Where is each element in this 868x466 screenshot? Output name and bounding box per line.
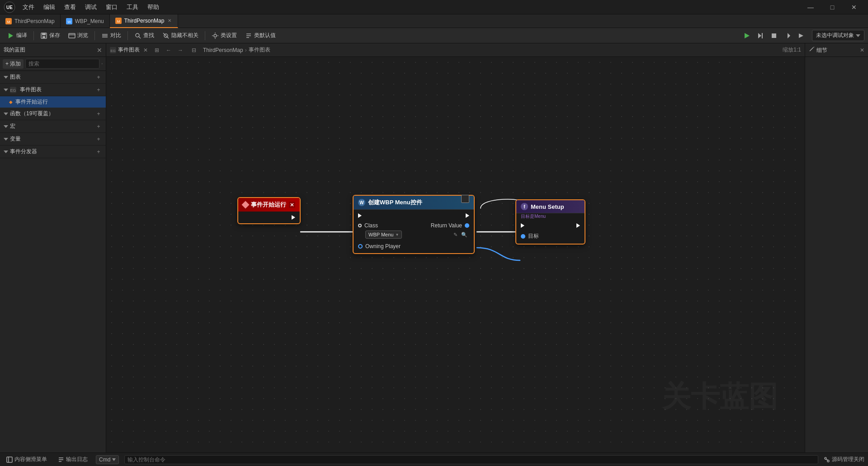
svg-text:UE: UE	[6, 5, 13, 10]
compare-label: 对比	[110, 32, 121, 39]
variables-section-header[interactable]: 变量 +	[0, 133, 106, 146]
event-graph-panel-icon: EG	[110, 47, 116, 53]
compare-button[interactable]: 对比	[98, 30, 125, 41]
back-button[interactable]: ←	[163, 45, 174, 56]
tab-thirdpersonmap-1[interactable]: M ThirdPersonMap	[0, 14, 61, 28]
event-dispatchers-section-header[interactable]: 事件分发器 +	[0, 146, 106, 158]
event-graph-panel-close[interactable]: ✕	[143, 47, 148, 53]
event-graph-section-header[interactable]: EG 事件图表 +	[0, 84, 106, 96]
owning-player-pin[interactable]: Owning Player	[358, 243, 401, 249]
graphs-add-button[interactable]: +	[95, 74, 102, 81]
hide-unrelated-button[interactable]: 隐藏不相关	[159, 30, 202, 41]
menu-help[interactable]: 帮助	[144, 1, 163, 13]
chevron-down-icon	[856, 34, 860, 37]
event-dispatchers-label: 事件分发器	[10, 148, 37, 155]
menu-debug[interactable]: 调试	[81, 1, 100, 13]
macros-add-button[interactable]: +	[95, 123, 102, 130]
svg-text:M: M	[117, 19, 120, 24]
source-control-button[interactable]: 源码管理关闭	[824, 456, 864, 463]
output-log-button[interactable]: 输出日志	[55, 455, 90, 464]
wbp-menu-dropdown[interactable]: WBP Menu ▼	[365, 231, 402, 239]
return-value-pin[interactable]	[465, 223, 469, 228]
edit-icon[interactable]: ✎	[452, 231, 458, 238]
bookmark-button[interactable]: ⊞	[151, 45, 162, 56]
chevron-down-icon-4	[4, 124, 8, 129]
add-button[interactable]: + 添加	[3, 59, 24, 69]
event-node-close[interactable]	[289, 202, 295, 208]
stop-button[interactable]	[768, 29, 780, 42]
chevron-down-icon-6	[4, 150, 8, 154]
menu-setup-exec-in[interactable]	[521, 223, 524, 228]
browse-button[interactable]: 浏览	[65, 30, 92, 41]
ue-logo: UE	[4, 1, 15, 13]
menu-window[interactable]: 窗口	[102, 1, 121, 13]
menu-file[interactable]: 文件	[19, 1, 38, 13]
home-button[interactable]: ⊟	[189, 45, 199, 56]
left-panel-close-button[interactable]: ✕	[97, 47, 102, 54]
details-panel-close[interactable]: ✕	[860, 47, 864, 53]
pencil-icon	[809, 46, 815, 52]
functions-add-button[interactable]: +	[95, 110, 102, 118]
class-settings-button[interactable]: 类设置	[208, 30, 241, 41]
blueprint-search-input[interactable]	[25, 59, 99, 69]
default-value-button[interactable]: 类默认值	[241, 30, 279, 41]
functions-section-header[interactable]: 函数（19可覆盖） +	[0, 108, 106, 120]
find-label: 查找	[143, 32, 154, 39]
macros-section-header[interactable]: 宏 +	[0, 120, 106, 133]
tab-close-button[interactable]: ✕	[167, 17, 172, 24]
console-input[interactable]	[124, 455, 818, 464]
event-exec-out-pin[interactable]	[289, 215, 295, 220]
save-button[interactable]: 保存	[37, 30, 64, 41]
class-pin[interactable]	[358, 224, 362, 227]
step-button[interactable]	[754, 29, 767, 42]
minimize-button[interactable]: —	[800, 0, 821, 14]
details-panel: 细节 ✕	[805, 43, 868, 452]
more-play-options[interactable]	[795, 29, 807, 42]
create-exec-out-pin[interactable]	[466, 213, 469, 218]
event-start-item[interactable]: ◆ 事件开始运行	[0, 96, 106, 108]
breadcrumb-thirdpersonmap[interactable]: ThirdPersonMap	[203, 47, 243, 53]
compile-button[interactable]: 编译	[4, 30, 31, 41]
menu-setup-node[interactable]: f Menu Setup 目标是Menu	[515, 199, 585, 245]
target-pin[interactable]: 目标	[521, 232, 539, 240]
content-sidebar-button[interactable]: 内容侧滑菜单	[4, 455, 50, 464]
cmd-selector[interactable]: Cmd	[96, 455, 119, 464]
svg-rect-24	[772, 33, 776, 38]
class-pin-label: Class	[364, 222, 378, 229]
event-dispatchers-add-button[interactable]: +	[95, 148, 102, 155]
pause-button[interactable]	[781, 29, 794, 42]
toolbar: 编译 保存 浏览 对比 查找 隐藏不相关 类设置 类默认值	[0, 28, 868, 43]
target-label: 目标	[528, 232, 539, 240]
menu-edit[interactable]: 编辑	[40, 1, 59, 13]
graphs-section-header[interactable]: 图表 +	[0, 71, 106, 84]
event-start-node[interactable]: 事件开始运行	[237, 197, 301, 224]
close-button[interactable]: ✕	[844, 0, 864, 14]
menu-setup-exec-out[interactable]	[576, 223, 580, 228]
menu-tools[interactable]: 工具	[123, 1, 142, 13]
chevron-down-icon	[4, 75, 8, 80]
svg-point-38	[827, 460, 829, 462]
owning-player-dot	[358, 244, 363, 249]
debug-target-selector[interactable]: 未选中调试对象	[812, 30, 864, 41]
tab-wbp-menu[interactable]: W WBP_Menu	[61, 14, 110, 28]
forward-button[interactable]: →	[175, 45, 186, 56]
create-widget-node[interactable]: W 创建WBP Menu控件	[353, 195, 475, 254]
node-top-connector	[461, 195, 469, 203]
event-graph-add-button[interactable]: +	[95, 86, 102, 94]
play-button[interactable]	[741, 29, 753, 42]
toolbar-sep-3	[127, 31, 128, 40]
variables-add-button[interactable]: +	[95, 136, 102, 143]
breadcrumb-eventgraph[interactable]: 事件图表	[249, 46, 270, 54]
settings-gear-icon[interactable]	[101, 60, 103, 67]
menu-view[interactable]: 查看	[61, 1, 80, 13]
target-dot	[521, 234, 525, 239]
search-icon[interactable]: 🔍	[461, 231, 467, 238]
maximize-button[interactable]: □	[822, 0, 843, 14]
blueprint-canvas[interactable]: 关卡蓝图 事件开始运行	[106, 57, 805, 452]
svg-marker-21	[745, 33, 750, 38]
find-button[interactable]: 查找	[131, 30, 158, 41]
create-exec-in-pin[interactable]	[358, 213, 362, 218]
tab-thirdpersonmap-2[interactable]: M ThirdPersonMap ✕	[110, 14, 179, 28]
event-node-header: 事件开始运行	[238, 198, 300, 212]
owning-player-row: Owning Player	[358, 242, 469, 250]
